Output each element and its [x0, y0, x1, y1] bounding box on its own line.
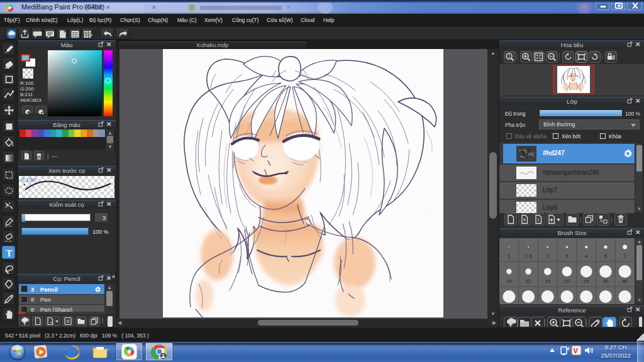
svg-text:25: 25: [584, 278, 589, 284]
svg-text:S: S: [66, 319, 69, 324]
svg-text:2: 2: [547, 253, 550, 259]
svg-text:T: T: [6, 249, 13, 258]
svg-text:30: 30: [602, 278, 608, 284]
svg-text:20: 20: [564, 278, 570, 284]
svg-text:7: 7: [623, 253, 626, 259]
svg-text:4: 4: [585, 253, 588, 259]
svg-text:1: 1: [508, 54, 511, 58]
svg-text:1: 1: [508, 253, 511, 259]
svg-text:3: 3: [565, 253, 569, 259]
svg-text:40: 40: [622, 278, 628, 284]
svg-text:1.5: 1.5: [525, 253, 533, 259]
svg-text:8: 8: [523, 217, 526, 222]
svg-text:15: 15: [545, 278, 550, 284]
svg-text:12: 12: [526, 278, 531, 284]
svg-text:10: 10: [506, 278, 512, 284]
svg-text:5: 5: [604, 253, 608, 259]
svg-text:1: 1: [537, 217, 540, 222]
